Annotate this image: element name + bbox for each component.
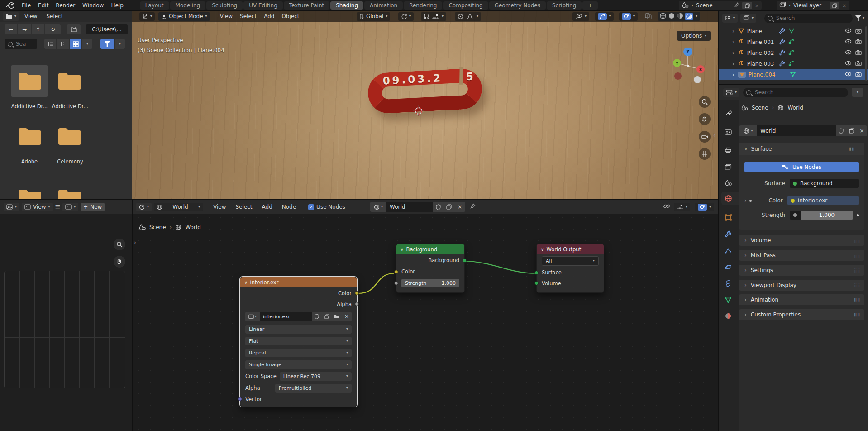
tab-scripting[interactable]: Scripting [547,1,582,10]
new-folder-button[interactable] [67,24,81,34]
world-browse-dropdown[interactable]: ▾ [739,125,757,136]
socket-background-output[interactable] [463,259,467,263]
socket-strength-input[interactable] [394,281,398,285]
node-header[interactable]: ∨World Output [537,244,604,254]
surface-panel-header[interactable]: ∨Surface⣿⣿ [739,143,864,155]
view-horizontal-list-icon[interactable] [57,39,69,49]
ortho-grid-icon[interactable] [699,148,711,160]
fake-user-shield-icon[interactable] [836,125,846,136]
world-name-field[interactable]: World [757,125,836,136]
shading-dropdown-icon[interactable]: ▾ [696,14,697,18]
image-canvas-grid[interactable] [5,271,125,388]
scene-name[interactable]: Scene [696,2,731,9]
outliner-row-plane[interactable]: › Plane [719,26,868,37]
path-field[interactable]: C:\Users\... [86,24,128,34]
blender-logo-icon[interactable] [5,1,16,10]
projection-dropdown[interactable]: Flat▾ [245,337,352,345]
surface-value-field[interactable]: Background [790,179,859,188]
pan-hand-icon[interactable] [699,113,711,125]
tab-geometry-nodes[interactable]: Geometry Nodes [489,1,546,10]
tab-animation[interactable]: Animation [364,1,403,10]
zoom-tool-icon[interactable] [114,239,125,250]
viewlayer-name[interactable]: ViewLayer [793,2,827,9]
interpolation-dropdown[interactable]: Linear▾ [245,325,352,334]
socket-alpha-output[interactable] [355,302,359,306]
image-name-field[interactable]: interior.exr [260,312,312,321]
viewlayer-icon[interactable] [779,2,786,9]
filter-dropdown[interactable]: ▾ [115,39,125,49]
alpha-mode-dropdown[interactable]: Premultiplied▾ [275,384,352,393]
viewport-view-menu[interactable]: View [216,13,236,19]
outliner-filter-button[interactable]: ▾ [855,15,864,21]
tab-object-icon[interactable] [723,212,734,222]
image-datablock-dropdown[interactable]: ▾ [62,203,78,211]
show-hide-dropdown[interactable]: ▾ [572,12,589,21]
hide-eye-icon[interactable] [845,39,852,45]
file-browser-view-menu[interactable]: View [21,13,41,19]
shading-material-icon[interactable] [677,12,684,21]
curve-data-icon[interactable] [788,38,795,46]
folder-name[interactable]: Celemony [45,158,95,165]
viewlayer-dropdown-icon[interactable]: ▾ [789,4,791,7]
tab-output-icon[interactable] [723,145,734,155]
strength-slider[interactable]: Strength1.000 [401,279,459,287]
scene-dropdown-icon[interactable]: ▾ [692,4,693,7]
sidebar-collapse-icon[interactable]: ‹ [713,132,715,139]
folder-icon[interactable] [17,71,43,93]
disable-render-camera-icon[interactable] [855,61,862,67]
hide-eye-icon[interactable] [845,72,852,78]
outliner-row-plane001[interactable]: › Plane.001 [719,37,868,48]
close-icon[interactable]: × [857,125,867,136]
tab-render-icon[interactable] [723,127,734,137]
disable-render-camera-icon[interactable] [855,50,862,57]
mesh-data-icon[interactable] [788,28,795,35]
tab-viewlayer-icon[interactable] [723,162,734,172]
tab-texture-paint[interactable]: Texture Paint [284,1,329,10]
extension-dropdown[interactable]: Repeat▾ [245,349,352,357]
breadcrumb-scene[interactable]: Scene [752,105,768,111]
tab-particles-icon[interactable] [723,246,734,256]
editor-type-button[interactable]: ▾ [4,203,19,211]
strength-slider[interactable]: 1.000 [790,211,853,220]
zoom-tool-icon[interactable] [699,96,711,108]
modifier-wrench-icon[interactable] [779,49,785,57]
breadcrumb-world[interactable]: World [787,105,803,111]
hide-eye-icon[interactable] [845,61,852,67]
menu-edit[interactable]: Edit [34,2,52,9]
pin-icon[interactable] [734,2,739,9]
folder-icon-partial[interactable] [57,187,82,200]
menu-render[interactable]: Render [52,2,79,9]
curve-data-icon[interactable] [788,60,795,67]
animate-dot[interactable] [857,214,859,216]
image-view-menu[interactable]: View▾ [22,203,53,211]
folder-icon[interactable] [17,126,43,148]
close-icon[interactable]: × [842,3,846,9]
folder-icon[interactable] [57,71,82,93]
panel-viewport-display[interactable]: ›Viewport Display⣿⣿ [739,280,864,291]
editor-type-button[interactable]: ▾ [723,88,739,97]
pan-hand-icon[interactable] [114,256,125,268]
add-workspace-button[interactable]: + [582,1,598,10]
fake-user-shield-icon[interactable] [312,312,322,321]
back-button[interactable]: ← [5,24,17,34]
color-space-dropdown[interactable]: Linear Rec.709▾ [280,372,352,381]
mesh-data-icon[interactable] [790,71,796,78]
outliner-row-plane003[interactable]: › Plane.003 [719,58,868,69]
panel-settings[interactable]: ›Settings⣿⣿ [739,265,864,276]
node-background[interactable]: ∨Background Background Color Strength1.0… [396,244,465,293]
node-world-output[interactable]: ∨World Output All▾ Surface Volume [536,244,604,293]
gizmos-dropdown[interactable]: ▾ [595,12,614,21]
tab-modeling[interactable]: Modeling [170,1,206,10]
use-nodes-button[interactable]: Use Nodes [744,162,859,172]
socket-surface-input[interactable] [534,271,539,275]
snapping-group[interactable]: ▾ [421,12,446,21]
tab-constraints-icon[interactable] [723,278,734,288]
menu-window[interactable]: Window [79,2,107,9]
search-field[interactable] [5,39,37,49]
tab-tool-icon[interactable] [723,108,734,118]
menu-hamburger-icon[interactable]: ☰ [55,204,61,211]
transform-orientation-dropdown[interactable]: Global▾ [357,12,390,21]
close-icon[interactable]: × [755,3,759,9]
folder-icon[interactable] [57,126,82,148]
copy-icon[interactable] [322,312,332,321]
